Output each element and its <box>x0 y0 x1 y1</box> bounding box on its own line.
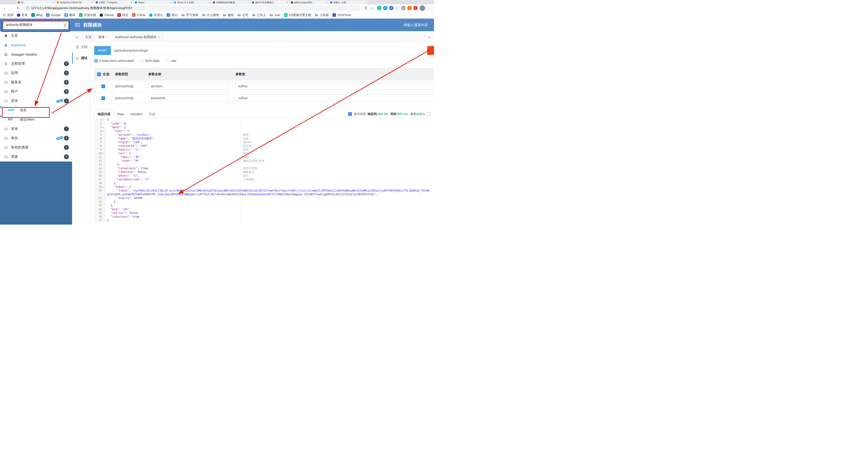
bookmark-item[interactable]: CCSDN <box>132 13 146 17</box>
sidebar-item-home[interactable]: 主页 <box>0 31 72 40</box>
site-favicon: T <box>333 13 336 17</box>
content-type-radio[interactable]: form-data <box>141 59 159 63</box>
bookmark-item[interactable]: 学习资料 <box>181 13 198 17</box>
browser-menu-kebab-icon[interactable]: ⋮ <box>426 6 432 10</box>
sidebar-item-application[interactable]: 应用5 <box>0 68 72 78</box>
green-extension-icon[interactable]: G <box>377 6 381 10</box>
page-info-icon[interactable]: i <box>26 6 29 10</box>
bookmark-item[interactable]: 百度 <box>17 13 28 17</box>
bookmark-item[interactable]: 公司 <box>237 13 248 17</box>
content-type-radio[interactable]: raw <box>166 59 177 63</box>
browser-tab[interactable]: LAND - Compose...× <box>94 0 133 4</box>
request-path-input[interactable] <box>111 46 423 55</box>
browser-tab[interactable]: 前端模拟请求数据...× <box>212 0 251 4</box>
s-extension-icon[interactable]: S <box>407 6 412 10</box>
response-tab[interactable]: Curl <box>146 110 158 118</box>
bookmark-star-icon[interactable]: ☆ <box>370 6 375 10</box>
browser-tab[interactable]: 新睿云_文档× <box>329 0 368 4</box>
param-name-input[interactable] <box>148 94 228 102</box>
sidebar-item-swagger-models[interactable]: Swagger Models <box>0 50 72 59</box>
show-desc-checkbox[interactable]: ✓ <box>348 112 352 116</box>
tab-close-icon[interactable]: × <box>52 1 54 4</box>
param-value-input[interactable] <box>236 82 434 90</box>
bookmark-item[interactable]: GGoogle <box>46 13 61 17</box>
response-tab[interactable]: Headers <box>127 110 146 118</box>
blue-extension-icon[interactable]: ➤ <box>383 6 388 10</box>
param-checkbox[interactable]: ✓ <box>101 84 105 88</box>
sidebar-item-authorize[interactable]: Authorize <box>0 40 72 50</box>
sidebar-item-login[interactable]: 登录NEW2 <box>0 96 72 106</box>
bookmark-item[interactable]: GitHub <box>100 13 114 17</box>
bookmark-item[interactable]: 什么都有 <box>202 13 219 17</box>
browser-tab[interactable]: 登...× <box>16 0 55 4</box>
asterisk-extension-icon[interactable]: ✳ <box>413 6 418 10</box>
sidebar-item-role-resource[interactable]: 角色的资源1 <box>0 143 72 152</box>
response-editor[interactable]: 1▾{2 "code": 0,3▾ "data": {4▾ "user": {5… <box>94 118 431 222</box>
tab-close-icon[interactable]: × <box>209 1 210 4</box>
tab-close-icon[interactable]: × <box>365 1 366 4</box>
bookmark-item[interactable]: 译翻译 <box>64 13 75 17</box>
reload-icon[interactable]: ↻ <box>16 6 21 10</box>
bookmark-item[interactable]: 已导入 <box>252 13 266 17</box>
address-bar[interactable]: i 127.0.0.1:8760/api/gate/doc.html#/auth… <box>23 5 361 11</box>
tab-debug[interactable]: 调试 <box>72 53 90 64</box>
tab-close-icon[interactable]: × <box>130 1 132 4</box>
response-tab[interactable]: Raw <box>114 110 127 118</box>
bookmark-item[interactable]: 应用 <box>3 13 13 17</box>
browser-tab[interactable]: hbase× <box>133 0 173 4</box>
param-checkbox[interactable]: ✓ <box>101 96 105 100</box>
response-tab[interactable]: 响应内容 <box>94 110 114 118</box>
jp-extension-icon[interactable]: JP <box>389 6 394 10</box>
tab-close-icon[interactable]: × <box>326 1 327 4</box>
profile-avatar[interactable] <box>420 5 425 11</box>
content-tab[interactable]: 登录× <box>95 33 112 41</box>
forward-icon[interactable]: → <box>9 6 14 10</box>
bookmark-item[interactable]: mac <box>270 13 280 17</box>
send-button[interactable]: 发送 <box>427 46 434 55</box>
ring-extension-icon[interactable] <box>395 6 400 10</box>
tabs-scroll-right-icon[interactable]: » <box>424 33 434 41</box>
browser-tab[interactable]: 国内可用免费接口...× <box>251 0 290 4</box>
sidebar-item-role[interactable]: 角色NEW8 <box>0 134 72 143</box>
content-type-radio[interactable]: x-www-form-urlencoded <box>94 59 134 63</box>
header-search-input[interactable]: 请输入搜索内容 <box>404 23 428 27</box>
tab-document[interactable]: 文档 <box>72 41 90 53</box>
tab-close-icon[interactable]: × <box>91 1 93 4</box>
bookmark-item[interactable]: G码云 <box>117 13 128 17</box>
bookmark-item[interactable]: O开源中国 <box>79 13 96 17</box>
tab-close-icon[interactable]: × <box>169 1 171 4</box>
browser-tab[interactable]: github pages绑定...× <box>290 0 329 4</box>
sidebar-item-resource[interactable]: 资源6 <box>0 152 72 162</box>
sidebar-item-service-table[interactable]: 服务表6 <box>0 78 72 87</box>
param-value-input[interactable] <box>236 94 434 102</box>
tab-close-icon[interactable]: × <box>287 1 288 4</box>
browser-tab[interactable]: temporary-interior 知...× <box>55 0 94 4</box>
back-icon[interactable]: ← <box>2 6 8 10</box>
browser-tab[interactable]: React 中文文档(...× <box>173 0 212 4</box>
tabs-scroll-left-icon[interactable]: « <box>72 33 82 41</box>
bookmark-item[interactable]: 小目标 <box>315 13 329 17</box>
sidebar-endpoint-post-login[interactable]: POST登录 <box>0 106 72 115</box>
tab-close-icon[interactable]: × <box>248 1 249 4</box>
content-tab[interactable]: Authorize-authority-权限模块× <box>112 33 163 41</box>
select-all-checkbox[interactable]: ✓ <box>97 73 101 76</box>
param-name-input[interactable] <box>148 82 228 90</box>
bookmark-item[interactable]: bBing <box>31 13 42 17</box>
bookmark-item[interactable]: N笔记 <box>167 13 178 17</box>
tab-close-icon[interactable]: × <box>158 36 160 39</box>
bookmark-item[interactable]: 微信 <box>223 13 234 17</box>
content-tab[interactable]: 主页 <box>82 33 95 41</box>
sidebar-item-menu[interactable]: 菜单7 <box>0 124 72 134</box>
shield-extension-icon[interactable]: ◆ <box>401 6 406 10</box>
translate-icon[interactable]: 文 <box>363 6 369 10</box>
sidebar-endpoint-get-verify-token[interactable]: GET验证token <box>0 115 72 124</box>
tab-close-icon[interactable]: × <box>107 36 108 39</box>
fullscreen-icon[interactable] <box>427 112 431 116</box>
module-select[interactable]: authority-权限模块 ▲▼ <box>3 21 68 29</box>
sidebar-item-doc-manage[interactable]: 文档管理3 <box>0 59 72 68</box>
menu-toggle-icon[interactable] <box>75 22 80 27</box>
bookmark-item[interactable]: ESES搜索引擎文档 <box>284 13 311 17</box>
bookmark-item[interactable]: T1024Tools <box>333 13 351 17</box>
bookmark-item[interactable]: 百度云 <box>149 13 163 17</box>
sidebar-item-user[interactable]: 用户9 <box>0 87 72 96</box>
